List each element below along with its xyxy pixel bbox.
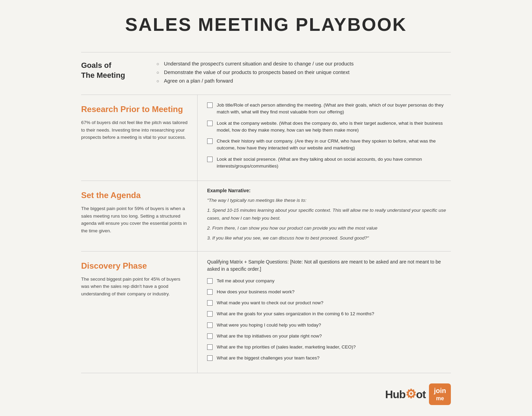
discovery-section: Discovery Phase The second biggest pain … xyxy=(81,252,451,373)
footer: Hub⚙HubSpotot join me xyxy=(81,373,451,408)
discovery-left: Discovery Phase The second biggest pain … xyxy=(81,252,198,373)
agenda-left: Set the Agenda The biggest pain point fo… xyxy=(81,181,198,251)
checkbox-icon-1[interactable] xyxy=(207,102,213,108)
discovery-checkbox-2[interactable] xyxy=(207,289,213,295)
discovery-item-4: What are the goals for your sales organi… xyxy=(207,310,451,317)
discovery-item-7: What are the top priorities of (sales le… xyxy=(207,344,451,351)
narrative-item-2: 2. From there, I can show you how our pr… xyxy=(207,224,451,232)
qualifying-label: Qualifying Matrix + Sample Questions: [N… xyxy=(207,258,451,273)
goals-item-3: Agree on a plan / path forward xyxy=(156,78,354,84)
discovery-item-5: What were you hoping I could help you wi… xyxy=(207,322,451,329)
discovery-heading: Discovery Phase xyxy=(81,261,189,271)
checkbox-icon-2[interactable] xyxy=(207,121,213,126)
discovery-right: Qualifying Matrix + Sample Questions: [N… xyxy=(198,252,451,373)
research-item-2: Look at the company website. (What does … xyxy=(207,120,451,134)
discovery-checkbox-3[interactable] xyxy=(207,300,213,306)
research-item-1: Job title/Role of each person attending … xyxy=(207,102,451,116)
goals-heading: Goals of The Meeting xyxy=(81,61,143,80)
hubspot-logo: Hub⚙HubSpotot xyxy=(385,387,426,401)
research-section: Research Prior to Meeting 67% of buyers … xyxy=(81,95,451,181)
research-right: Job title/Role of each person attending … xyxy=(198,95,451,181)
join-me-badge[interactable]: join me xyxy=(429,383,451,405)
hubspot-sprocket: ⚙ xyxy=(405,387,416,401)
checkbox-icon-4[interactable] xyxy=(207,157,213,162)
join-label: join xyxy=(434,387,446,394)
goals-section: Goals of The Meeting Understand the pros… xyxy=(81,52,451,95)
narrative-label: Example Narrative: xyxy=(207,188,451,193)
narrative-item-1: 1. Spend 10-15 minutes learning about yo… xyxy=(207,207,451,222)
narrative-item-3: 3. If you like what you see, we can disc… xyxy=(207,234,451,242)
discovery-item-2: How does your business model work? xyxy=(207,289,451,295)
goals-item-1: Understand the prospect's current situat… xyxy=(156,61,354,66)
agenda-right: Example Narrative: "The way I typically … xyxy=(198,181,451,251)
discovery-checkbox-7[interactable] xyxy=(207,344,213,350)
agenda-body: The biggest pain point for 59% of buyers… xyxy=(81,205,189,234)
discovery-body: The second biggest pain point for 45% of… xyxy=(81,276,189,298)
research-checklist: Job title/Role of each person attending … xyxy=(207,102,451,170)
research-left: Research Prior to Meeting 67% of buyers … xyxy=(81,95,198,181)
discovery-checkbox-8[interactable] xyxy=(207,355,213,361)
goals-list: Understand the prospect's current situat… xyxy=(156,61,354,86)
research-body: 67% of buyers did not feel like the pitc… xyxy=(81,119,189,141)
checkbox-icon-3[interactable] xyxy=(207,138,213,144)
me-label: me xyxy=(434,395,446,402)
discovery-item-1: Tell me about your company xyxy=(207,278,451,284)
discovery-item-8: What are the biggest challenges your tea… xyxy=(207,355,451,362)
narrative-intro: "The way I typically run meetings like t… xyxy=(207,197,451,205)
goals-item-2: Demonstrate the value of our products to… xyxy=(156,69,354,75)
research-item-3: Check their history with our company. (A… xyxy=(207,138,451,152)
discovery-checkbox-4[interactable] xyxy=(207,311,213,317)
agenda-section: Set the Agenda The biggest pain point fo… xyxy=(81,181,451,252)
discovery-checkbox-1[interactable] xyxy=(207,278,213,284)
page-title: SALES MEETING PLAYBOOK xyxy=(81,14,451,38)
research-heading: Research Prior to Meeting xyxy=(81,105,189,114)
discovery-item-3: What made you want to check out our prod… xyxy=(207,299,451,306)
discovery-checklist: Tell me about your company How does your… xyxy=(207,278,451,362)
discovery-item-6: What are the top initiatives on your pla… xyxy=(207,333,451,340)
agenda-heading: Set the Agenda xyxy=(81,191,189,200)
page-container: SALES MEETING PLAYBOOK Goals of The Meet… xyxy=(61,0,471,416)
research-item-4: Look at their social presence. (What are… xyxy=(207,156,451,170)
discovery-checkbox-6[interactable] xyxy=(207,333,213,339)
discovery-checkbox-5[interactable] xyxy=(207,322,213,328)
